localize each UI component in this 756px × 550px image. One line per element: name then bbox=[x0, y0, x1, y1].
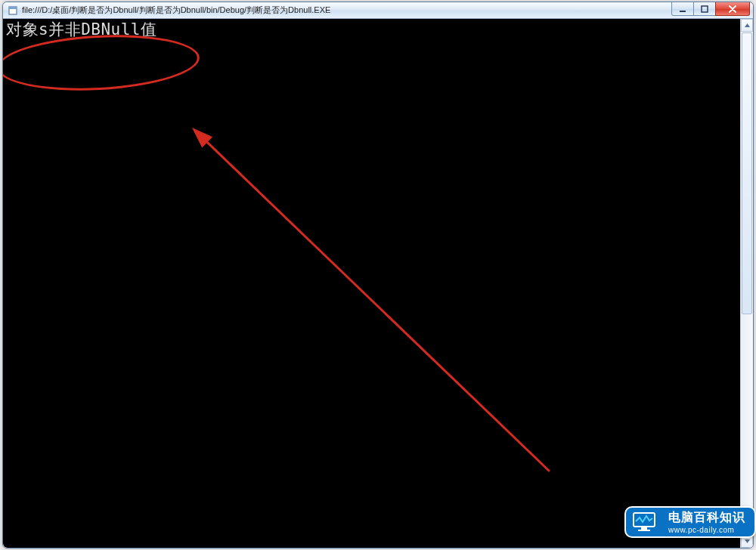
svg-rect-7 bbox=[641, 527, 647, 530]
svg-marker-5 bbox=[192, 128, 212, 148]
svg-rect-3 bbox=[702, 6, 708, 12]
window-title: file:///D:/桌面/判断是否为Dbnull/判断是否为Dbnull/bi… bbox=[22, 5, 753, 16]
scroll-up-button[interactable] bbox=[741, 19, 753, 32]
scroll-thumb[interactable] bbox=[742, 32, 752, 314]
minimize-button[interactable] bbox=[671, 2, 694, 16]
client-area: 对象s并非DBNull值 bbox=[3, 19, 753, 548]
annotation-ellipse bbox=[3, 30, 201, 95]
console-output: 对象s并非DBNull值 bbox=[3, 19, 740, 548]
watermark-text: 电脑百科知识 www.pc-daily.com bbox=[662, 506, 756, 538]
scroll-track[interactable] bbox=[741, 32, 753, 535]
svg-rect-8 bbox=[638, 530, 650, 531]
watermark-monitor-icon bbox=[624, 506, 662, 538]
watermark-title: 电脑百科知识 bbox=[668, 510, 745, 526]
watermark-badge: 电脑百科知识 www.pc-daily.com bbox=[624, 506, 756, 538]
titlebar[interactable]: file:///D:/桌面/判断是否为Dbnull/判断是否为Dbnull/bi… bbox=[3, 2, 753, 19]
svg-rect-1 bbox=[9, 7, 17, 9]
maximize-button[interactable] bbox=[693, 2, 716, 16]
window-controls bbox=[672, 2, 750, 16]
vertical-scrollbar[interactable] bbox=[740, 19, 753, 548]
console-line: 对象s并非DBNull值 bbox=[6, 20, 737, 39]
close-button[interactable] bbox=[715, 2, 750, 16]
svg-line-4 bbox=[207, 142, 549, 471]
app-icon bbox=[8, 5, 18, 16]
svg-rect-2 bbox=[680, 11, 686, 12]
watermark-subtitle: www.pc-daily.com bbox=[668, 526, 745, 534]
app-window: file:///D:/桌面/判断是否为Dbnull/判断是否为Dbnull/bi… bbox=[2, 2, 754, 548]
annotation-arrow bbox=[6, 39, 744, 548]
